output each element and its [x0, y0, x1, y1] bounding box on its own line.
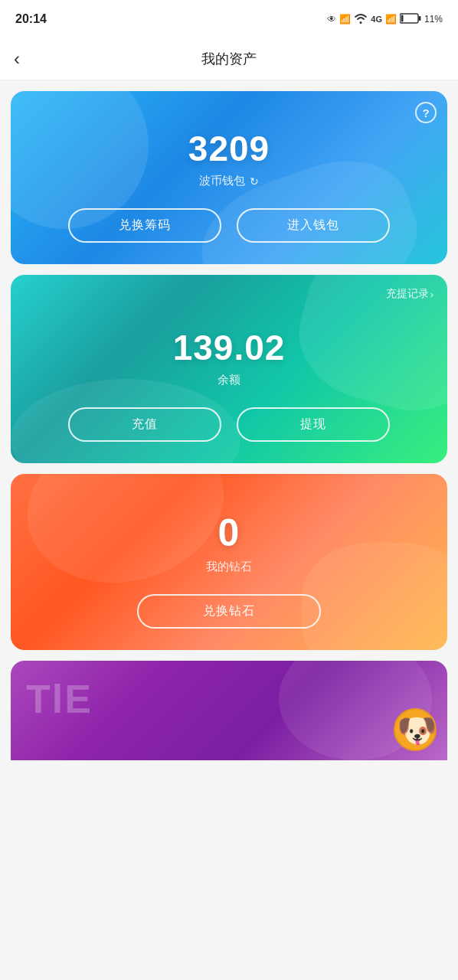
- status-time: 20:14: [15, 12, 47, 26]
- enter-wallet-button[interactable]: 进入钱包: [237, 208, 390, 243]
- purple-card: TlE 🐶: [11, 661, 447, 760]
- signal2-icon: 📶: [385, 14, 397, 24]
- orange-card-buttons: 兑换钻石: [32, 594, 426, 629]
- teal-card-buttons: 充值 提现: [32, 407, 426, 442]
- blue-wallet-card: ? 3209 波币钱包 ↻ 兑换筹码 进入钱包: [11, 91, 447, 264]
- exchange-chips-button[interactable]: 兑换筹码: [68, 208, 221, 243]
- svg-rect-2: [401, 15, 403, 21]
- status-bar: 20:14 👁 📶 4G 📶 11%: [0, 0, 458, 38]
- chevron-right-icon: ›: [430, 289, 433, 300]
- refresh-icon[interactable]: ↻: [250, 175, 259, 188]
- status-icons: 👁 📶 4G 📶 11%: [327, 13, 443, 26]
- battery-icon: [400, 13, 421, 26]
- back-button[interactable]: ‹: [14, 50, 20, 68]
- record-link[interactable]: 充提记录 ›: [386, 287, 433, 301]
- exchange-diamond-button[interactable]: 兑换钻石: [137, 594, 321, 629]
- tle-text: TlE: [26, 676, 93, 722]
- 4g-label: 4G: [371, 15, 382, 24]
- cards-container: ? 3209 波币钱包 ↻ 兑换筹码 进入钱包 充提记录 › 139.02 余额…: [0, 80, 458, 760]
- wifi-icon: [354, 13, 368, 26]
- blue-card-buttons: 兑换筹码 进入钱包: [32, 208, 426, 243]
- blue-card-amount: 3209: [188, 128, 270, 169]
- orange-card-label: 我的钻石: [206, 560, 252, 574]
- recharge-button[interactable]: 充值: [68, 407, 221, 442]
- dog-mascot: 🐶: [394, 708, 440, 754]
- page-title: 我的资产: [201, 50, 257, 68]
- teal-card-label: 余额: [218, 373, 240, 387]
- help-button[interactable]: ?: [415, 102, 437, 123]
- teal-balance-card: 充提记录 › 139.02 余额 充值 提现: [11, 275, 447, 463]
- withdraw-button[interactable]: 提现: [237, 407, 390, 442]
- page-header: ‹ 我的资产: [0, 38, 458, 80]
- orange-diamond-card: 0 我的钻石 兑换钻石: [11, 474, 447, 650]
- orange-card-amount: 0: [218, 511, 240, 555]
- svg-rect-1: [418, 16, 420, 21]
- eye-icon: 👁: [327, 14, 336, 24]
- battery-percent: 11%: [424, 14, 443, 24]
- teal-card-amount: 139.02: [173, 327, 286, 368]
- signal-icon: 📶: [339, 14, 351, 24]
- blue-card-label: 波币钱包 ↻: [199, 174, 259, 188]
